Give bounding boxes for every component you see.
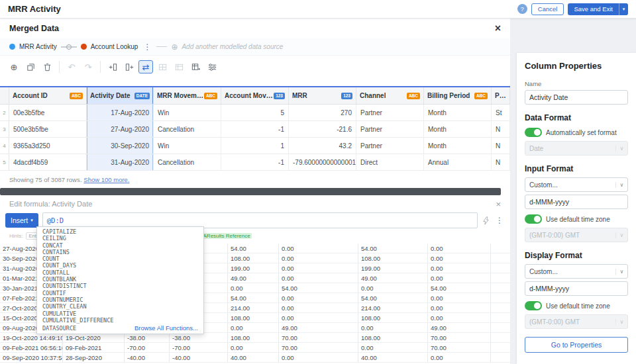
display-format-select[interactable]: Custom... ∨ [525, 264, 628, 279]
auto-format-label: Automatically set format [546, 129, 617, 136]
column-header-account-movem-[interactable]: Account Movem...123 [221, 87, 289, 104]
column-header-channel[interactable]: ChannelABC [356, 87, 424, 104]
grid-cell[interactable]: 270 [289, 105, 356, 120]
function-suggestion[interactable]: CAPITALIZE [37, 228, 203, 235]
grid-cell[interactable]: Month [424, 138, 492, 154]
display-timezone-toggle[interactable] [525, 301, 542, 310]
lightning-icon[interactable] [482, 216, 490, 225]
grid-cell[interactable]: -1 [221, 154, 289, 170]
grid-cell[interactable]: 43.2 [289, 138, 356, 154]
input-format-select[interactable]: Custom... ∨ [525, 177, 628, 192]
grid-cell[interactable]: 4dacdf4b59 [9, 154, 87, 170]
function-suggestion[interactable]: CONCAT [37, 242, 203, 249]
auto-format-toggle[interactable] [525, 128, 542, 137]
function-list: CAPITALIZECEILINGCONCATCONTAINSCOUNTCOUN… [37, 228, 203, 324]
table-icon [172, 60, 186, 73]
grid-cell[interactable]: Month [424, 121, 492, 137]
function-suggestion[interactable]: COUNTIF [37, 290, 203, 296]
grid-cell[interactable]: 9365a3d250 [9, 138, 87, 154]
display-format-field[interactable] [525, 281, 628, 296]
source-menu-icon[interactable]: ⋮ [142, 42, 152, 52]
function-suggestion[interactable]: COUNTALL [37, 269, 203, 276]
go-to-properties-button[interactable]: Go to Properties [525, 337, 628, 353]
close-icon[interactable]: × [495, 23, 501, 34]
help-button[interactable]: ? [517, 4, 527, 14]
add-table-icon[interactable] [188, 60, 203, 73]
result-cell: 40.00 [228, 353, 279, 362]
formula-menu-icon[interactable]: ⋮ [494, 216, 505, 225]
grid-cell[interactable]: Win [154, 105, 221, 120]
grid-cell[interactable]: Partner [356, 138, 424, 154]
row-number: 5 [0, 154, 9, 170]
save-and-exit-button[interactable]: Save and Exit [568, 3, 619, 15]
grid-cell[interactable]: N [492, 154, 510, 170]
input-format-field[interactable] [525, 195, 628, 209]
function-suggestion[interactable]: COUNTDISTINCT [37, 283, 203, 289]
column-header-account-id[interactable]: Account IDABC [9, 87, 87, 104]
delete-icon[interactable] [40, 60, 54, 73]
function-suggestion[interactable]: DATASOURCE [42, 325, 76, 332]
grid-cell[interactable]: Partner [356, 105, 424, 120]
horizontal-scrollbar[interactable] [0, 188, 501, 195]
function-suggestion[interactable]: CONTAINS [37, 249, 203, 255]
column-header-billing-period[interactable]: Billing PeriodABC [424, 87, 492, 104]
grid-cell[interactable]: 500e3b5fbe [9, 121, 87, 137]
add-source-label[interactable]: Add another modelled data source [182, 43, 283, 50]
grid-cell[interactable]: 31-Aug-2020 [87, 154, 154, 170]
show-more-link[interactable]: Show 100 more. [83, 176, 129, 183]
grid-cell[interactable]: N [492, 138, 510, 154]
grid-cell[interactable]: 17-Aug-2020 [87, 105, 154, 120]
function-suggestion[interactable]: CUMULATIVE_DIFFERENCE [37, 317, 203, 324]
name-field[interactable] [525, 90, 628, 105]
function-suggestion[interactable]: COUNTRY_CLEAN [37, 303, 203, 310]
grid-cell[interactable]: 5 [221, 105, 289, 120]
join-link-icon[interactable] [61, 41, 77, 53]
function-suggestion[interactable]: COUNTNUMERIC [37, 296, 203, 303]
source-chip-account-lookup[interactable]: Account Lookup [91, 43, 138, 50]
chevron-down-icon: ∨ [615, 146, 627, 152]
swap-columns-icon[interactable]: ⇄ [138, 60, 153, 73]
grid-cell[interactable]: -79.60000000000001 [289, 154, 356, 170]
settings-sliders-icon[interactable] [205, 60, 219, 73]
add-circle-icon[interactable]: ⊕ [7, 60, 21, 73]
grid-cell[interactable]: Direct [356, 154, 424, 170]
grid-cell[interactable]: Month [424, 105, 492, 120]
grid-cell[interactable]: -1 [221, 121, 289, 137]
grid-cell[interactable]: Partner [356, 121, 424, 137]
column-header-activity-date[interactable]: Activity DateDATE [87, 87, 154, 104]
input-timezone-toggle[interactable] [525, 214, 542, 224]
column-header-label: Channel [360, 92, 386, 99]
function-suggestion[interactable]: CUMULATIVE [37, 310, 203, 317]
function-suggestion[interactable]: COUNT_DAYS [37, 262, 203, 269]
add-source-icon[interactable]: ⊕ [171, 42, 178, 52]
cancel-button[interactable]: Cancel [531, 3, 564, 15]
insert-column-right-icon[interactable] [122, 60, 136, 73]
grid-cell[interactable]: 00e3b5fbe [9, 105, 87, 120]
grid-cell[interactable]: Cancellation [154, 154, 221, 170]
insert-button[interactable]: Insert ▾ [5, 213, 38, 228]
hint-results-token: AResults Reference [202, 233, 252, 239]
column-header-pr-[interactable]: Pr... [492, 87, 510, 104]
function-suggestion[interactable]: COUNTBLANK [37, 276, 203, 283]
grid-cell[interactable]: Win [154, 138, 221, 154]
formula-close-icon[interactable]: × [496, 200, 501, 208]
save-options-button[interactable]: ▾ [619, 3, 628, 15]
column-type-badge: ABC [407, 93, 420, 99]
insert-column-left-icon[interactable] [105, 60, 120, 73]
source-chip-mrr-activity[interactable]: MRR Activity [19, 43, 57, 50]
column-header-mrr[interactable]: MRR123 [289, 87, 356, 104]
column-header-mrr-movement[interactable]: MRR MovementABC [154, 87, 221, 104]
grid-cell[interactable]: Cancellation [154, 121, 221, 137]
grid-footer: Showing 75 of 3087 rows.Show 100 more. [0, 176, 510, 183]
grid-cell[interactable]: -21.6 [289, 121, 356, 137]
grid-cell[interactable]: 30-Sep-2020 [87, 138, 154, 154]
browse-all-functions-link[interactable]: Browse All Functions... [134, 324, 198, 332]
grid-cell[interactable]: 1 [221, 138, 289, 154]
grid-cell[interactable]: Annual [424, 154, 492, 170]
grid-cell[interactable]: N [492, 121, 510, 137]
grid-cell[interactable]: St [492, 105, 510, 120]
function-suggestion[interactable]: CEILING [37, 235, 203, 242]
duplicate-icon[interactable] [23, 60, 38, 73]
function-suggestion[interactable]: COUNT [37, 255, 203, 262]
grid-cell[interactable]: 27-Aug-2020 [87, 121, 154, 137]
